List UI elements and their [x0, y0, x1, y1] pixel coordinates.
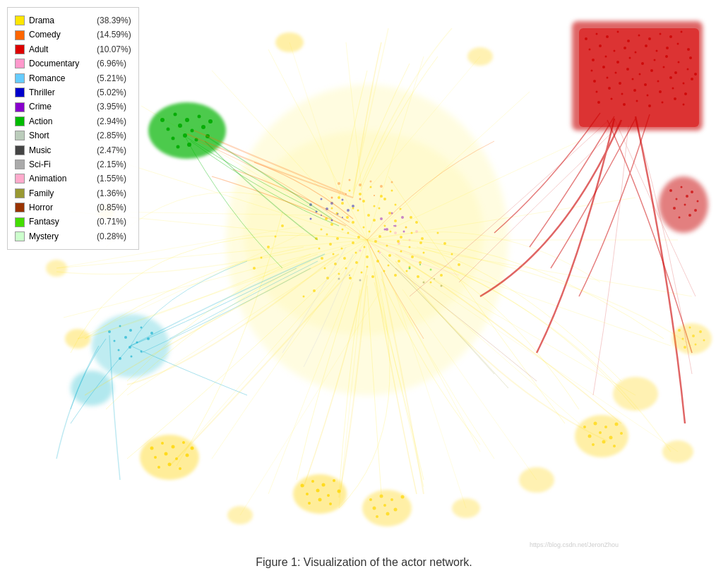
- svg-point-32: [627, 40, 630, 42]
- svg-point-333: [321, 215, 322, 216]
- svg-point-347: [419, 264, 421, 265]
- svg-point-99: [673, 207, 676, 210]
- svg-point-50: [616, 61, 619, 64]
- figure-caption: Figure 1: Visualization of the actor net…: [256, 556, 472, 569]
- legend-item: Romance(5.21%): [15, 71, 131, 85]
- svg-point-282: [362, 490, 412, 526]
- legend-color-box: [15, 217, 25, 227]
- svg-point-35: [660, 33, 662, 35]
- svg-point-349: [423, 282, 425, 284]
- svg-point-284: [380, 495, 383, 498]
- legend-pct-label: (38.39%): [97, 13, 131, 28]
- legend-color-box: [15, 116, 25, 126]
- svg-point-76: [596, 91, 598, 93]
- svg-point-291: [386, 512, 390, 516]
- svg-point-83: [684, 92, 687, 95]
- legend-genre-label: Music: [29, 143, 93, 157]
- legend-item: Animation(1.55%): [15, 171, 131, 186]
- svg-point-127: [124, 336, 127, 339]
- svg-point-52: [641, 62, 644, 65]
- legend-color-box: [15, 145, 25, 155]
- legend-genre-label: Romance: [29, 71, 93, 85]
- svg-point-307: [699, 330, 702, 333]
- svg-point-260: [172, 445, 175, 449]
- svg-point-72: [657, 80, 660, 83]
- legend-item: Adult(10.07%): [15, 42, 131, 56]
- svg-point-36: [669, 35, 672, 38]
- svg-point-112: [191, 129, 194, 133]
- svg-point-53: [654, 59, 656, 61]
- legend-item: Comedy(14.59%): [15, 28, 131, 42]
- svg-point-350: [434, 278, 435, 279]
- svg-point-262: [191, 447, 194, 450]
- legend-genre-label: Horror: [29, 200, 93, 215]
- svg-point-102: [679, 217, 681, 219]
- legend-pct-label: (2.94%): [97, 114, 126, 128]
- svg-point-337: [393, 225, 395, 227]
- svg-point-270: [293, 474, 347, 514]
- svg-point-336: [384, 229, 386, 231]
- svg-point-28: [585, 37, 587, 40]
- legend-pct-label: (0.28%): [97, 229, 126, 243]
- legend-item: Music(2.47%): [15, 143, 131, 157]
- svg-point-310: [703, 339, 705, 342]
- svg-point-279: [308, 502, 311, 505]
- svg-point-75: [691, 78, 693, 80]
- svg-point-55: [678, 61, 680, 64]
- svg-rect-27: [579, 28, 699, 127]
- svg-point-71: [644, 83, 647, 86]
- svg-point-345: [374, 195, 375, 196]
- legend-item: Action(2.94%): [15, 114, 131, 128]
- legend-genre-label: Crime: [29, 100, 93, 114]
- svg-point-286: [401, 495, 405, 499]
- svg-point-303: [613, 445, 616, 447]
- svg-point-297: [588, 435, 592, 438]
- svg-point-309: [692, 335, 695, 337]
- svg-point-80: [647, 95, 649, 97]
- svg-point-51: [629, 57, 631, 59]
- svg-point-33: [638, 35, 640, 37]
- svg-text:https://blog.csdn.net/JeronZho: https://blog.csdn.net/JeronZhou: [530, 541, 619, 548]
- svg-point-101: [694, 209, 697, 212]
- svg-point-269: [179, 467, 181, 470]
- svg-point-267: [157, 466, 160, 469]
- svg-point-85: [611, 98, 613, 100]
- legend-genre-label: Mystery: [29, 229, 93, 243]
- svg-point-69: [619, 82, 621, 85]
- svg-point-110: [167, 128, 170, 131]
- legend-pct-label: (1.55%): [97, 171, 126, 186]
- svg-point-280: [318, 498, 322, 502]
- legend-pct-label: (0.85%): [97, 200, 126, 215]
- svg-point-293: [583, 426, 586, 428]
- svg-point-266: [186, 454, 189, 457]
- legend-item: Short(2.85%): [15, 128, 131, 143]
- svg-point-340: [370, 246, 371, 248]
- svg-point-261: [182, 441, 185, 444]
- svg-point-105: [160, 118, 165, 122]
- svg-point-113: [201, 125, 205, 129]
- svg-point-348: [430, 269, 432, 271]
- svg-point-118: [177, 145, 180, 149]
- svg-point-258: [150, 447, 154, 450]
- svg-point-84: [597, 101, 600, 104]
- legend-color-box: [15, 188, 25, 198]
- svg-point-298: [599, 431, 602, 434]
- svg-point-111: [178, 124, 182, 128]
- svg-point-342: [331, 197, 333, 199]
- svg-point-332: [310, 218, 312, 220]
- svg-point-97: [686, 195, 688, 198]
- svg-point-47: [687, 48, 690, 51]
- svg-point-301: [592, 443, 595, 446]
- svg-point-60: [626, 68, 629, 71]
- svg-point-54: [665, 55, 668, 58]
- svg-point-271: [301, 484, 304, 488]
- svg-point-48: [592, 59, 595, 61]
- svg-point-341: [379, 252, 381, 254]
- svg-point-91: [683, 104, 685, 106]
- svg-point-290: [376, 515, 378, 518]
- svg-point-95: [691, 191, 693, 193]
- svg-point-351: [441, 285, 443, 287]
- legend-genre-label: Action: [29, 114, 93, 128]
- svg-point-74: [683, 83, 685, 85]
- legend-pct-label: (6.96%): [97, 56, 126, 71]
